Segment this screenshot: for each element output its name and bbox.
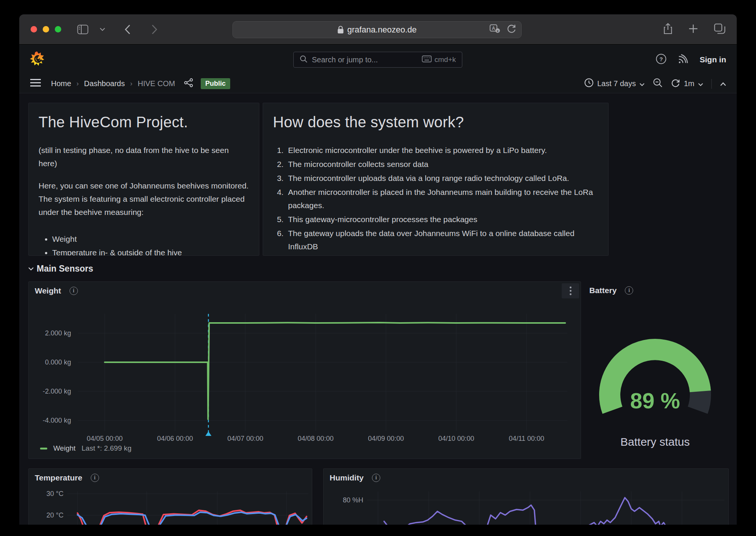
svg-text:2.000 kg: 2.000 kg [45,329,71,337]
window-controls [31,26,61,32]
sign-in-button[interactable]: Sign in [700,55,726,64]
refresh-icon [671,78,680,89]
kebab-menu-icon [570,286,572,295]
time-range-picker[interactable]: Last 7 days [584,78,644,89]
share-dashboard-icon[interactable] [184,78,193,89]
weight-chart[interactable]: 2.000 kg0.000 kg-2.000 kg-4.000 kg04/05 … [29,282,581,459]
svg-text:-2.000 kg: -2.000 kg [43,388,71,395]
chevron-down-icon [28,267,34,270]
collapse-chevron-up-icon[interactable] [720,79,726,88]
breadcrumb-current: HIVE COM [138,79,175,88]
menu-hamburger-icon[interactable] [30,79,41,89]
weight-legend[interactable]: Weight Last *: 2.699 kg [40,444,132,453]
svg-text:?: ? [659,56,663,62]
paragraph: (still in testing phase, no data from th… [39,144,249,170]
browser-window: grafana.neozeo.de A x [19,14,737,525]
panel-temperature: Temperature i 30 °C20 °C [28,468,312,525]
keyboard-icon [422,56,432,64]
legend-swatch [40,448,47,449]
close-window-button[interactable] [31,26,37,32]
svg-text:04/09 00:00: 04/09 00:00 [368,435,404,442]
zoom-window-button[interactable] [55,26,61,32]
search-placeholder: Search or jump to... [312,56,378,64]
breadcrumb: Home › Dashboards › HIVE COM Public [51,78,230,89]
panel-title[interactable]: Weight [35,286,61,295]
help-icon[interactable]: ? [656,54,666,66]
zoom-out-icon[interactable] [653,78,663,90]
battery-gauge [586,281,724,459]
svg-text:30 °C: 30 °C [46,490,64,497]
section-title: Main Sensors [37,264,93,274]
legend-stat: Last *: 2.699 kg [82,444,132,453]
list-item: Temperature in- & outside of the hive [52,246,249,256]
translate-icon[interactable]: A x [490,24,500,36]
svg-text:80 %H: 80 %H [343,496,363,504]
panel-menu-button[interactable] [562,283,579,298]
temperature-chart[interactable]: 30 °C20 °C [29,469,312,525]
grafana-logo[interactable] [30,51,44,68]
svg-text:04/07 00:00: 04/07 00:00 [227,435,263,442]
list-item: The gateway uploads the data over Johann… [286,227,598,253]
panel-humidity: Humidity i 80 %H [323,468,729,525]
list-item: The website you are currently on pulls d… [286,254,598,256]
paragraph: Here, you can see one of Johanneums beeh… [39,179,249,219]
battery-status-label: Battery status [586,436,724,448]
news-rss-icon[interactable] [678,54,688,65]
svg-text:04/08 00:00: 04/08 00:00 [297,435,333,442]
svg-text:04/05 00:00: 04/05 00:00 [87,435,122,442]
breadcrumb-dashboards[interactable]: Dashboards [84,79,125,88]
steps-list: Electronic microcontroller under the bee… [275,144,598,256]
tab-overview-icon[interactable] [714,23,725,36]
list-item: Another microcontroller is placed in the… [286,185,598,212]
legend-label[interactable]: Weight [53,444,76,453]
info-icon[interactable]: i [625,286,633,295]
refresh-interval-label: 1m [684,79,694,88]
humidity-chart[interactable]: 80 %H [324,469,729,525]
breadcrumb-home[interactable]: Home [51,79,71,88]
sidebar-chevron-down-icon[interactable] [100,28,105,31]
chevron-down-icon [640,79,644,88]
panel-weight: Weight i 2.000 kg0.000 kg-2.000 kg-4.000… [28,281,581,459]
grafana-topbar: Search or jump to... cmd+k ? [19,45,737,74]
svg-text:04/10 00:00: 04/10 00:00 [438,435,474,442]
grafana-subnav: Home › Dashboards › HIVE COM Public L [19,74,737,93]
svg-text:0.000 kg: 0.000 kg [45,358,71,366]
search-input[interactable]: Search or jump to... cmd+k [293,52,462,68]
minimize-window-button[interactable] [43,26,49,32]
time-range-label: Last 7 days [597,79,636,88]
svg-text:-4.000 kg: -4.000 kg [43,417,71,424]
panel-how-it-works: How does the system work? Electronic mic… [263,103,609,256]
svg-text:04/11 00:00: 04/11 00:00 [509,435,544,442]
clock-icon [584,78,593,89]
breadcrumb-separator: › [76,80,79,88]
share-icon[interactable] [663,23,672,36]
search-icon [300,55,307,65]
refresh-picker[interactable]: 1m [671,78,703,89]
url-text: grafana.neozeo.de [347,25,417,35]
svg-text:A: A [492,25,495,31]
list-item: Electronic microcontroller under the bee… [286,144,598,157]
reload-icon[interactable] [507,24,516,36]
public-badge: Public [201,78,230,89]
panel-title[interactable]: Battery [589,286,617,295]
back-button[interactable] [125,25,130,34]
list-item: The microcontroller uploads data via a l… [286,171,598,185]
list-item: The microcontroller collects sensor data [286,158,598,171]
svg-text:x: x [497,29,499,32]
sidebar-icon[interactable] [77,25,88,34]
panel-title: How does the system work? [273,114,598,131]
browser-chrome: grafana.neozeo.de A x [19,14,737,45]
list-item: This gateway-microcontroller processes t… [286,213,598,226]
new-tab-icon[interactable] [688,24,698,35]
svg-text:20 °C: 20 °C [46,511,64,519]
lock-icon [338,26,344,34]
row-main-sensors[interactable]: Main Sensors [28,264,93,274]
forward-button[interactable] [152,25,157,34]
info-icon[interactable]: i [70,287,78,295]
battery-percent-value: 89 % [586,388,724,413]
chevron-down-icon [698,79,703,88]
divider [711,79,712,89]
panel-battery: Battery i 89 % Battery status [586,281,736,459]
address-bar[interactable]: grafana.neozeo.de A x [232,21,522,38]
panel-hivecom-project: The HiveCom Project. (still in testing p… [28,103,259,256]
